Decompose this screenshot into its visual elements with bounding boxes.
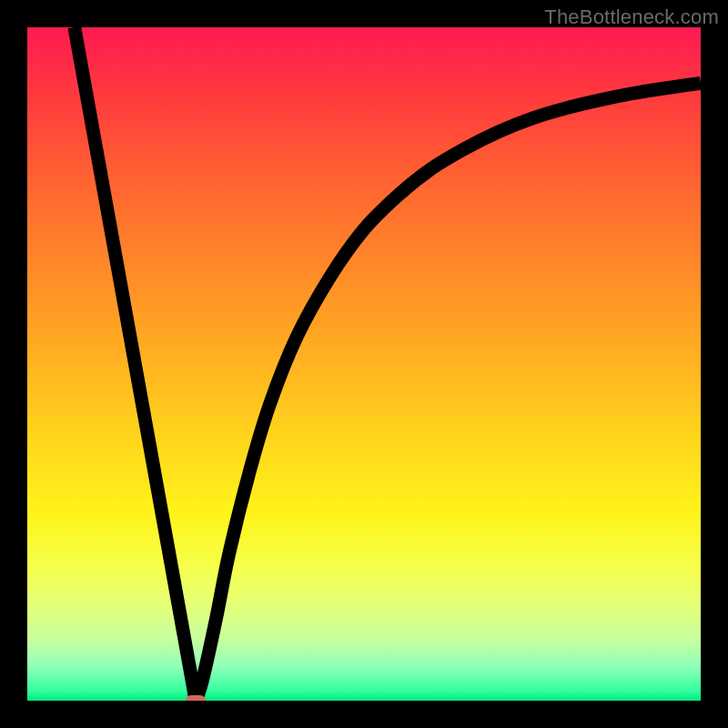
- plot-area: [27, 27, 701, 701]
- watermark-text: TheBottleneck.com: [544, 5, 719, 29]
- bottleneck-curve: [27, 27, 701, 701]
- outer-frame: TheBottleneck.com: [0, 0, 728, 728]
- minimum-marker: [186, 695, 206, 701]
- curve-path: [75, 27, 701, 701]
